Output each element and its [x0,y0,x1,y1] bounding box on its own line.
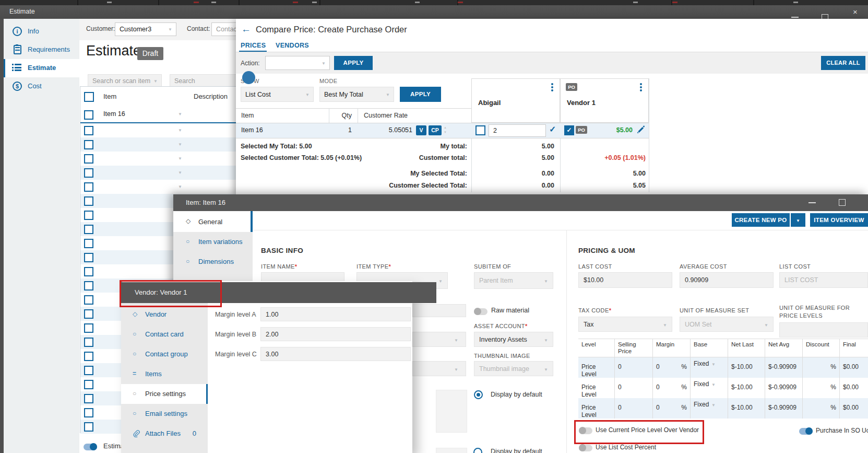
display-default-radio-2[interactable] [473,448,482,453]
chevron-down-icon[interactable]: ▼ [178,156,182,161]
maximize-icon[interactable] [839,199,846,206]
vendor-nav-vendor[interactable]: ◇ Vendor [121,305,208,324]
margin-cell[interactable]: 0% [652,378,690,398]
row-checkbox[interactable] [84,352,93,361]
abigail-row-checkbox[interactable] [475,125,485,135]
spinner-up-icon[interactable]: ▲ [444,126,447,129]
item-nav-dimensions[interactable]: ○ Dimensions [173,252,253,272]
item-nav-item-variations[interactable]: ○ Item variations [173,232,253,252]
table-row-selected[interactable]: Item 16 ▼ [80,107,236,123]
uom-set-select[interactable]: UOM Set ▼ [680,317,774,332]
discount-cell[interactable]: % [802,357,839,378]
minimize-icon[interactable] [791,17,799,18]
chevron-down-icon[interactable]: ▼ [178,128,182,133]
thumbnail-select[interactable]: Thumbnail image ▼ [474,361,553,376]
price-level-row[interactable]: Price Level 0 0% Fixed▼ $-10.00 $-0.9090… [578,398,868,419]
create-new-po-button[interactable]: CREATE NEW PO [732,213,790,227]
partial-field[interactable] [412,304,466,317]
sidebar-item-info[interactable]: i Info [4,22,79,41]
item-search-select[interactable]: Search or scan item ▼ [88,74,162,87]
discount-cell[interactable]: % [802,378,839,398]
vendor-nav-contact-card[interactable]: ○ Contact card [121,324,208,344]
row-checkbox[interactable] [84,380,93,389]
row-checkbox[interactable] [84,168,93,178]
row-checkbox[interactable] [84,239,93,248]
row-checkbox[interactable] [84,196,93,206]
row-checkbox[interactable] [84,225,93,234]
action-select[interactable]: ▼ [265,56,330,70]
chevron-down-icon[interactable]: ▼ [178,142,182,147]
item-nav-general[interactable]: ◇ General [173,211,253,232]
create-po-dropdown-button[interactable]: ▼ [791,213,805,227]
list-cost-input[interactable]: LIST COST [779,272,868,288]
raw-material-toggle[interactable] [474,308,487,315]
minimize-icon[interactable] [808,202,816,203]
sidebar-item-cost[interactable]: $ Cost [4,77,79,96]
row-checkbox[interactable] [84,281,93,291]
vendor-nav-contact-group[interactable]: ○ Contact group [121,344,208,364]
price-level-row[interactable]: Price Level 0 0% Fixed▼ $-10.00 $-0.9090… [578,378,868,398]
base-cell[interactable]: Fixed▼ [690,378,728,398]
row-checkbox[interactable] [84,110,93,120]
subitem-of-select[interactable]: Parent Item ▼ [474,272,553,289]
item-overview-button[interactable]: ITEM OVERVIEW [810,213,868,227]
kebab-menu-icon[interactable] [551,83,553,85]
search-input[interactable]: Search [170,74,240,87]
vendor-nav-attach-files[interactable]: Attach Files 0 [121,424,208,444]
hidden-select-fragment[interactable]: ▼ [412,361,466,376]
vendor-nav-email-settings[interactable]: ○ Email settings [121,404,208,424]
vendor-nav-price-settings[interactable]: ○ Price settings [121,384,208,404]
clear-all-button[interactable]: CLEAR ALL [821,56,865,70]
panel-edge-knob[interactable] [242,71,255,84]
average-cost-input[interactable]: 0.90909 [680,272,774,288]
base-cell[interactable]: Fixed▼ [690,357,728,378]
purchase-in-so-uom-toggle[interactable] [799,428,813,435]
hidden-select-fragment[interactable]: ▼ [412,332,466,347]
price-level-row[interactable]: Price Level 0 0% Fixed▼ $-10.00 $-0.9090… [578,357,868,378]
selling-price-cell[interactable]: 0 [614,357,652,378]
row-checkbox[interactable] [84,253,93,262]
table-row[interactable]: ▼ [80,152,236,166]
row-checkbox[interactable] [84,338,93,347]
uom-price-levels-select[interactable] [779,322,868,338]
chevron-down-icon[interactable]: ▼ [178,170,182,175]
sidebar-item-estimate[interactable]: Estimate [4,59,79,77]
table-row[interactable]: ▼ [80,137,236,152]
row-checkbox[interactable] [84,211,93,220]
row-checkbox[interactable] [84,309,93,319]
show-select[interactable]: List Cost ▼ [241,87,314,102]
asset-account-select[interactable]: Inventory Assets ▼ [474,332,553,347]
edit-pencil-icon[interactable] [637,125,645,134]
table-row[interactable]: ▼ [80,123,236,137]
row-checkbox[interactable] [84,422,93,432]
row-checkbox[interactable] [84,323,93,333]
mode-select[interactable]: Best My Total ▼ [319,87,394,102]
row-checkbox[interactable] [84,154,93,164]
chevron-down-icon[interactable]: ▼ [178,184,182,189]
sidebar-item-requirements[interactable]: Requirements [4,41,79,59]
margin-a-input[interactable]: 1.00 [260,307,411,321]
row-checkbox[interactable] [84,394,93,403]
margin-c-input[interactable]: 3.00 [260,347,411,361]
estimate-mode-toggle[interactable] [84,444,97,450]
last-cost-input[interactable]: $10.00 [578,272,672,288]
row-checkbox[interactable] [84,126,93,135]
vendor-nav-items[interactable]: = Items [121,364,208,384]
back-arrow-icon[interactable]: ← [241,24,251,35]
vendor-badge[interactable]: V [416,125,426,135]
close-icon[interactable]: × [853,5,858,19]
table-row[interactable]: ▼ [80,180,236,194]
base-cell[interactable]: Fixed▼ [690,398,728,419]
tax-code-select[interactable]: Tax ▼ [578,317,672,332]
kebab-menu-icon[interactable] [640,83,642,85]
compare-table-row[interactable]: Item 16 1 5.05051 V CP ▲ ▼ 2 ✓ ✓ PO $5.0… [236,123,649,138]
row-checkbox[interactable] [84,366,93,375]
selling-price-cell[interactable]: 0 [614,398,652,419]
display-default-radio[interactable] [474,390,483,399]
row-checkbox[interactable] [84,182,93,192]
margin-b-input[interactable]: 2.00 [260,327,411,341]
row-checkbox[interactable] [84,267,93,276]
row-checkbox[interactable] [84,140,93,149]
margin-cell[interactable]: 0% [652,357,690,378]
tab-prices[interactable]: PRICES [241,42,266,49]
